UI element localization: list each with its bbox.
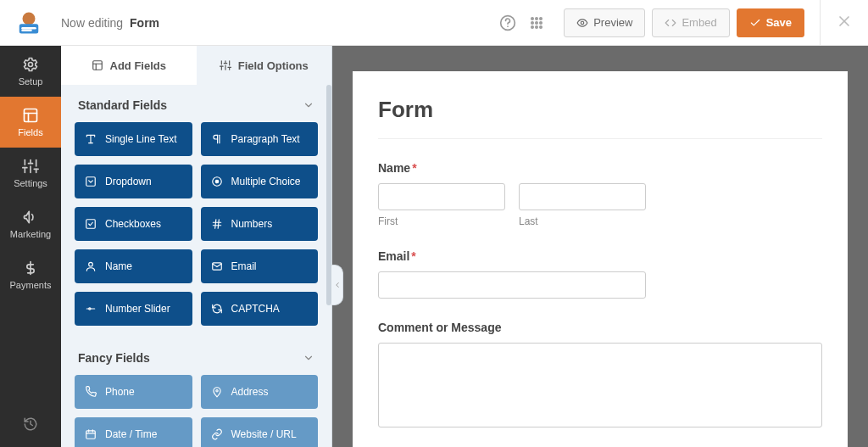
field-type-checkboxes[interactable]: Checkboxes [75,207,192,241]
field-type-label: CAPTCHA [231,303,280,315]
dot-circle-icon [211,176,223,187]
field-type-address[interactable]: Address [201,375,319,409]
hash-icon [211,218,223,230]
field-type-numbers[interactable]: Numbers [201,207,319,241]
tab-label: Field Options [238,59,309,72]
form-title[interactable]: Form [378,97,822,139]
field-type-label: Address [231,386,269,398]
layout-icon [92,59,103,71]
rail-item-setup[interactable]: Setup [0,46,61,97]
rail-item-fields[interactable]: Fields [0,97,61,148]
rail-label: Setup [19,76,43,87]
field-type-email[interactable]: Email [201,249,319,283]
rail-history-button[interactable] [0,401,61,447]
email-label: Email* [378,249,822,263]
refresh-icon [211,303,223,315]
form-canvas: Form Name* First Last [332,46,868,447]
mail-icon [211,260,223,272]
field-type-label: Phone [105,386,135,398]
field-type-single-line-text[interactable]: Single Line Text [75,122,192,156]
paragraph-icon [211,133,223,145]
first-sublabel: First [378,215,505,227]
name-label: Name* [378,161,822,175]
preview-button[interactable]: Preview [564,8,645,37]
chevron-down-icon [303,352,314,364]
section-title: Fancy Fields [78,351,150,365]
apps-grid-icon[interactable] [528,14,545,31]
rail-item-payments[interactable]: Payments [0,249,61,300]
field-type-date-time[interactable]: Date / Time [75,417,192,447]
field-type-name[interactable]: Name [75,249,192,283]
close-button[interactable] [836,13,853,32]
check-icon [749,17,761,29]
section-standard-fields[interactable]: Standard Fields [61,85,331,122]
first-name-input[interactable] [378,183,505,210]
eye-icon [576,17,588,29]
field-type-label: Website / URL [231,428,297,440]
help-icon[interactable] [499,14,516,31]
field-type-label: Checkboxes [105,218,161,230]
field-type-label: Email [231,260,257,272]
field-type-dropdown[interactable]: Dropdown [75,165,192,198]
field-type-label: Paragraph Text [231,133,300,145]
text-icon [85,133,97,145]
fields-sidebar: Add Fields Field Options Standard Fields… [61,46,332,447]
layout-icon [22,107,39,124]
field-email[interactable]: Email* [378,249,822,299]
svg-point-51 [24,13,35,24]
field-type-label: Single Line Text [105,133,177,145]
pin-icon [211,386,223,398]
field-type-label: Numbers [231,218,273,230]
field-type-phone[interactable]: Phone [75,375,192,409]
embed-button[interactable]: Embed [652,8,729,37]
history-icon [23,416,38,432]
caret-square-icon [85,176,97,187]
field-type-captcha[interactable]: CAPTCHA [201,292,319,326]
topbar-divider [820,0,821,46]
topbar: Now editing Form Preview Embed Save [0,0,868,46]
slider-icon [85,303,97,315]
sliders-icon [22,158,39,175]
code-icon [665,17,676,29]
form-name-text[interactable]: Form [130,16,159,30]
field-type-website-url[interactable]: Website / URL [201,417,319,447]
field-type-number-slider[interactable]: Number Slider [75,292,192,326]
comment-label: Comment or Message [378,321,822,334]
save-button[interactable]: Save [737,8,804,37]
field-type-label: Multiple Choice [231,176,301,187]
app-logo [10,8,47,38]
dollar-icon [22,260,39,277]
field-type-label: Date / Time [105,428,157,440]
bullhorn-icon [22,209,39,226]
now-editing-text: Now editing [61,16,123,30]
required-marker: * [412,161,416,175]
tab-label: Add Fields [110,59,166,72]
editing-label: Now editing Form [61,16,159,30]
email-input[interactable] [378,271,646,299]
collapse-sidebar-button[interactable] [331,265,343,305]
field-comment[interactable]: Comment or Message [378,321,822,430]
field-name[interactable]: Name* First Last [378,161,822,227]
gear-icon [22,56,39,73]
form-preview[interactable]: Form Name* First Last [353,71,848,447]
field-type-multiple-choice[interactable]: Multiple Choice [201,165,319,198]
last-name-input[interactable] [519,183,646,210]
check-square-icon [85,218,97,230]
section-fancy-fields[interactable]: Fancy Fields [61,338,331,375]
section-title: Standard Fields [78,98,167,112]
preview-label: Preview [593,16,632,29]
chevron-left-icon [333,281,342,289]
embed-label: Embed [682,16,716,29]
chevron-down-icon [303,99,314,111]
field-type-label: Name [105,260,132,272]
calendar-icon [85,428,97,440]
comment-textarea[interactable] [378,343,822,427]
save-label: Save [766,16,792,29]
tab-add-fields[interactable]: Add Fields [61,46,197,85]
rail-label: Settings [14,178,47,188]
tab-field-options[interactable]: Field Options [197,46,332,85]
field-type-paragraph-text[interactable]: Paragraph Text [201,122,319,156]
rail-item-settings[interactable]: Settings [0,148,61,198]
rail-item-marketing[interactable]: Marketing [0,198,61,249]
rail-label: Payments [10,280,52,290]
